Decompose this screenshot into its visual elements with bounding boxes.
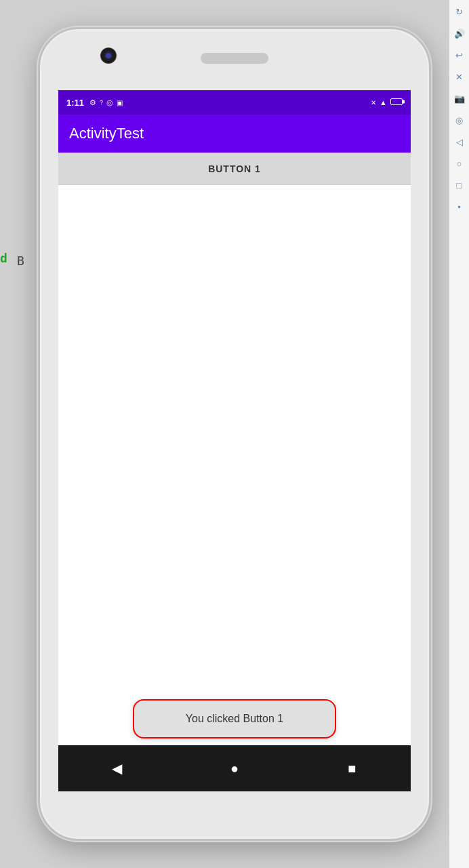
signal-status-icon: ▲ bbox=[380, 98, 387, 106]
app-bar-title: ActivityTest bbox=[69, 125, 144, 142]
recents-button[interactable]: ■ bbox=[335, 751, 369, 785]
ide-label-b: B bbox=[17, 254, 24, 268]
scene: d B 1:11 ⚙ ? ◎ ▣ ✕ bbox=[0, 0, 469, 868]
vpn-status-icon: ◎ bbox=[106, 98, 113, 107]
toast-container: You clicked Button 1 bbox=[133, 699, 336, 738]
right-panel: ↻ 🔊 ↩ ✕ 📷 ◎ ◁ ○ □ • bbox=[449, 0, 469, 868]
nfc-status-icon: ▣ bbox=[117, 99, 123, 106]
status-bar-right-icons: ✕ ▲ bbox=[371, 98, 403, 106]
battery-status-icon bbox=[390, 98, 403, 106]
volume-up-button[interactable] bbox=[38, 151, 39, 178]
silent-button[interactable] bbox=[38, 246, 39, 287]
status-bar: 1:11 ⚙ ? ◎ ▣ ✕ ▲ bbox=[58, 90, 411, 115]
phone-frame: 1:11 ⚙ ? ◎ ▣ ✕ ▲ bbox=[38, 27, 431, 841]
data-status-icon: ? bbox=[100, 99, 103, 106]
rp-circle-icon[interactable]: ◎ bbox=[453, 114, 466, 126]
wifi-status-icon: ✕ bbox=[371, 99, 376, 106]
volume-down-button[interactable] bbox=[38, 192, 39, 233]
settings-status-icon: ⚙ bbox=[89, 98, 96, 107]
rp-cross-icon[interactable]: ✕ bbox=[453, 71, 466, 83]
white-content bbox=[58, 185, 411, 745]
camera-lens bbox=[101, 48, 116, 63]
recents-icon: ■ bbox=[348, 761, 356, 776]
rp-dot-icon[interactable]: • bbox=[453, 201, 466, 213]
rp-camera-icon[interactable]: 📷 bbox=[453, 92, 466, 104]
ide-label-d: d bbox=[0, 251, 7, 265]
toast-message: You clicked Button 1 bbox=[133, 699, 336, 738]
power-button[interactable] bbox=[430, 165, 431, 205]
back-icon: ◀ bbox=[112, 760, 122, 776]
top-speaker bbox=[201, 53, 268, 64]
button-1[interactable]: BUTTON 1 bbox=[58, 153, 411, 185]
rp-back-icon[interactable]: ↩ bbox=[453, 49, 466, 61]
back-button[interactable]: ◀ bbox=[100, 751, 134, 785]
phone-top-hardware bbox=[40, 29, 429, 90]
rp-home-small-icon[interactable]: ○ bbox=[453, 157, 466, 170]
content-area: BUTTON 1 You clicked Button 1 bbox=[58, 153, 411, 745]
home-button[interactable]: ● bbox=[218, 751, 251, 785]
rp-left-icon[interactable]: ◁ bbox=[453, 136, 466, 148]
phone-screen: 1:11 ⚙ ? ◎ ▣ ✕ ▲ bbox=[58, 90, 411, 791]
rp-square-icon[interactable]: □ bbox=[453, 179, 466, 191]
rp-volume-icon[interactable]: 🔊 bbox=[453, 27, 466, 39]
status-time: 1:11 bbox=[66, 98, 84, 108]
rp-rotate-icon[interactable]: ↻ bbox=[453, 5, 466, 18]
home-icon: ● bbox=[230, 761, 239, 776]
app-bar: ActivityTest bbox=[58, 115, 411, 153]
phone-bottom-hardware bbox=[40, 791, 429, 839]
status-bar-icons: ⚙ ? ◎ ▣ bbox=[89, 98, 123, 107]
nav-bar: ◀ ● ■ bbox=[58, 745, 411, 791]
